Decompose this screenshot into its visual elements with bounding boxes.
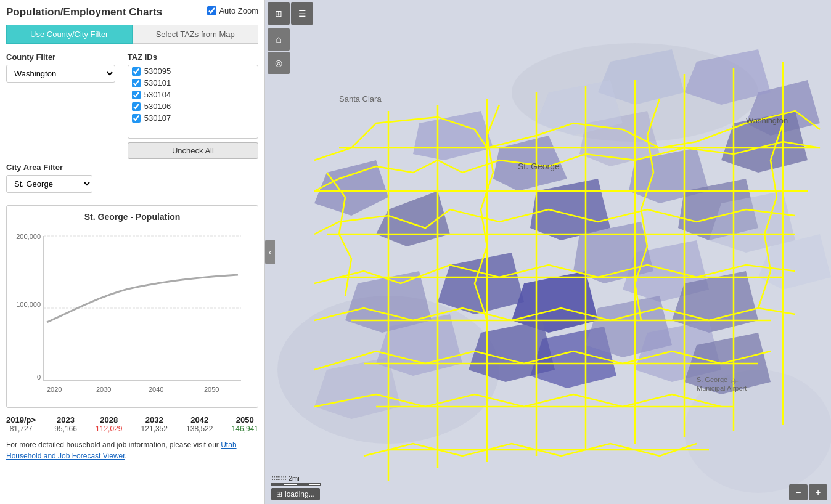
zoom-out-button[interactable]: − bbox=[789, 484, 808, 500]
uncheck-all-button[interactable]: Uncheck All bbox=[128, 142, 258, 159]
stat-2019: 2019/p> 81,727 bbox=[6, 415, 36, 433]
zoom-controls: − + bbox=[789, 484, 827, 500]
left-panel: Population/Employment Charts Auto Zoom U… bbox=[0, 0, 265, 504]
map-area: Santa Clara Washington St. George S. Geo… bbox=[265, 0, 831, 504]
scale-bar: ⠿⠿⠿⠿ 2mi bbox=[271, 474, 321, 486]
list-item: 530107 bbox=[128, 112, 258, 124]
list-item: 530104 bbox=[128, 89, 258, 100]
list-item: 530095 bbox=[128, 65, 258, 77]
stat-2050: 2050 146,941 bbox=[232, 415, 258, 433]
footer-note: For more detailed household and job info… bbox=[6, 439, 258, 461]
taz-id: 530107 bbox=[144, 113, 171, 123]
auto-zoom-label: Auto Zoom bbox=[219, 6, 258, 15]
list-item: 530101 bbox=[128, 77, 258, 89]
svg-text:100,000: 100,000 bbox=[16, 301, 41, 308]
layers-button[interactable]: ⊞ bbox=[268, 2, 290, 25]
svg-text:0: 0 bbox=[37, 373, 41, 381]
map-toolbar: ⊞ ☰ bbox=[268, 2, 313, 25]
map-nav-buttons: ⌂ ◎ bbox=[268, 28, 290, 74]
use-county-city-filter-button[interactable]: Use County/City Filter bbox=[6, 25, 133, 44]
city-area-filter-group: City Area Filter St. George bbox=[6, 163, 92, 193]
loading-indicator: ⊞ loading... bbox=[271, 488, 320, 500]
taz-checkbox-530106[interactable] bbox=[132, 102, 141, 111]
county-filter-select[interactable]: Washington bbox=[6, 65, 115, 83]
stat-2028: 2028 112,029 bbox=[96, 415, 122, 433]
zoom-in-button[interactable]: + bbox=[809, 484, 827, 500]
select-taz-from-map-button[interactable]: Select TAZs from Map bbox=[133, 25, 259, 44]
filter-buttons: Use County/City Filter Select TAZs from … bbox=[6, 25, 258, 44]
loading-text: loading... bbox=[285, 490, 315, 498]
taz-id: 530095 bbox=[144, 67, 171, 76]
auto-zoom-checkbox[interactable] bbox=[207, 6, 216, 15]
auto-zoom-row: Auto Zoom bbox=[207, 6, 258, 15]
taz-checkbox-530104[interactable] bbox=[132, 91, 141, 99]
svg-text:2050: 2050 bbox=[204, 386, 219, 393]
taz-id: 530106 bbox=[144, 102, 171, 111]
chart-container: St. George - Population 200,000 100,000 … bbox=[6, 205, 258, 408]
svg-text:200,000: 200,000 bbox=[16, 233, 41, 240]
stat-2023: 2023 95,166 bbox=[54, 415, 77, 433]
list-button[interactable]: ☰ bbox=[291, 2, 313, 25]
taz-section: TAZ IDs 530095 530101 530104 bbox=[128, 52, 258, 159]
scale-indicator bbox=[271, 483, 321, 486]
collapse-panel-button[interactable]: ‹ bbox=[265, 240, 275, 264]
taz-checkbox-530107[interactable] bbox=[132, 114, 141, 123]
svg-text:Santa Clara: Santa Clara bbox=[339, 94, 382, 104]
stat-2032: 2032 121,352 bbox=[141, 415, 168, 433]
taz-checkbox-530095[interactable] bbox=[132, 67, 141, 76]
taz-id: 530104 bbox=[144, 90, 171, 99]
stats-row: 2019/p> 81,727 2023 95,166 2028 112,029 … bbox=[6, 415, 258, 433]
population-chart: 200,000 100,000 0 2020 2030 2040 2050 bbox=[13, 227, 247, 399]
taz-id: 530101 bbox=[144, 78, 171, 87]
filters-row: County Filter Washington TAZ IDs 530095 … bbox=[6, 52, 258, 159]
taz-ids-label: TAZ IDs bbox=[128, 52, 258, 62]
svg-text:Municipal Airport: Municipal Airport bbox=[697, 384, 747, 392]
svg-text:2020: 2020 bbox=[47, 386, 62, 393]
chart-title: St. George - Population bbox=[13, 212, 252, 222]
county-filter-group: County Filter Washington bbox=[6, 52, 115, 159]
scale-label: 2mi bbox=[289, 474, 300, 482]
taz-list[interactable]: 530095 530101 530104 530106 bbox=[128, 65, 258, 139]
home-button[interactable]: ⌂ bbox=[268, 28, 290, 51]
loading-grid-icon: ⊞ bbox=[276, 490, 282, 498]
svg-text:S. George: S. George bbox=[697, 376, 727, 383]
svg-text:Washington: Washington bbox=[746, 116, 788, 125]
panel-title: Population/Employment Charts bbox=[6, 6, 162, 18]
city-filter-label: City Area Filter bbox=[6, 163, 92, 172]
stat-2042: 2042 138,522 bbox=[186, 415, 213, 433]
svg-text:2040: 2040 bbox=[149, 386, 163, 393]
footer-text-2: . bbox=[125, 452, 127, 460]
county-filter-label: County Filter bbox=[6, 52, 115, 62]
footer-text-1: For more detailed household and job info… bbox=[6, 441, 221, 449]
taz-checkbox-530101[interactable] bbox=[132, 79, 141, 87]
compass-button[interactable]: ◎ bbox=[268, 52, 290, 74]
svg-text:2030: 2030 bbox=[96, 386, 111, 393]
map-background: Santa Clara Washington St. George S. Geo… bbox=[265, 0, 831, 504]
list-item: 530106 bbox=[128, 100, 258, 112]
city-area-filter-select[interactable]: St. George bbox=[6, 175, 92, 193]
scale-dots: ⠿⠿⠿⠿ bbox=[271, 475, 286, 482]
svg-text:St. George: St. George bbox=[518, 161, 560, 171]
svg-text:✈: ✈ bbox=[731, 376, 739, 387]
